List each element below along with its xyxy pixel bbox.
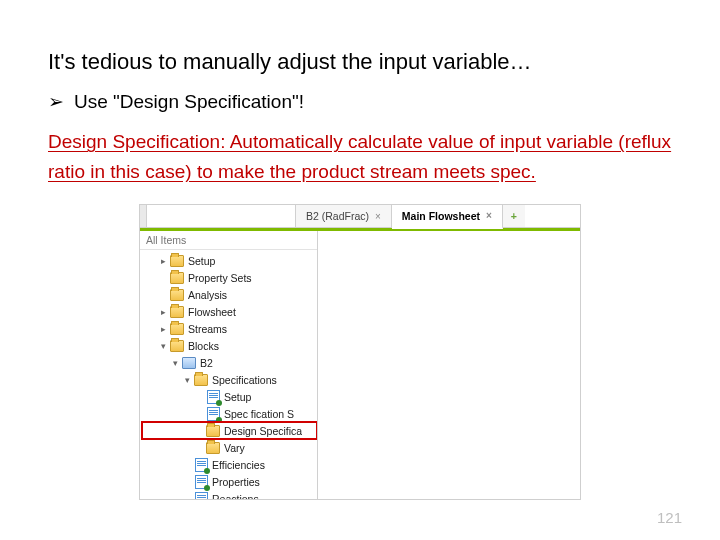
tab-add-button[interactable]: + xyxy=(503,205,525,227)
chevron-down-icon[interactable]: ▾ xyxy=(182,375,192,385)
page-number: 121 xyxy=(657,509,682,526)
tree-item-label: Vary xyxy=(224,442,245,454)
tree-item-label: Spec fication S xyxy=(224,408,294,420)
sheet-ok-icon xyxy=(206,408,220,420)
tree-item[interactable]: ▸Analysis xyxy=(142,286,317,303)
tree-item[interactable]: ▾B2 xyxy=(142,354,317,371)
sheet-ok-icon xyxy=(194,459,208,471)
chevron-down-icon[interactable]: ▾ xyxy=(158,341,168,351)
headline: It's tedious to manually adjust the inpu… xyxy=(48,48,672,77)
tab-bar: B2 (RadFrac) × Main Flowsheet × + xyxy=(140,205,580,228)
bullet-line: ➢ Use "Design Specification"! xyxy=(48,91,672,114)
tree-item[interactable]: ▾Specifications xyxy=(142,371,317,388)
slide: It's tedious to manually adjust the inpu… xyxy=(0,0,720,540)
folder-icon xyxy=(206,442,220,454)
tree-item-label: B2 xyxy=(200,357,213,369)
chevron-right-icon[interactable]: ▸ xyxy=(158,307,168,317)
tree-item[interactable]: ▸Properties xyxy=(142,473,317,490)
tree-item-label: Setup xyxy=(224,391,251,403)
tree-item[interactable]: ▸Streams xyxy=(142,320,317,337)
close-icon[interactable]: × xyxy=(486,210,492,221)
tree-item[interactable]: ▸Flowsheet xyxy=(142,303,317,320)
sheet-ok-icon xyxy=(194,476,208,488)
tree-item[interactable]: ▸Design Specifica xyxy=(142,422,317,439)
tab-main-flowsheet[interactable]: Main Flowsheet × xyxy=(392,205,503,229)
tree-item-label: Blocks xyxy=(188,340,219,352)
tree-item-label: Analysis xyxy=(188,289,227,301)
flowsheet-canvas[interactable] xyxy=(318,231,580,499)
block-icon xyxy=(182,357,196,369)
folder-icon xyxy=(170,340,184,352)
tree-item[interactable]: ▸Setup xyxy=(142,252,317,269)
tree-item[interactable]: ▸Setup xyxy=(142,388,317,405)
tree-item-label: Setup xyxy=(188,255,215,267)
tab-label: Main Flowsheet xyxy=(402,210,480,222)
tree-item-label: Streams xyxy=(188,323,227,335)
bullet-text: Use "Design Specification"! xyxy=(74,91,304,113)
tree-item-label: Efficiencies xyxy=(212,459,265,471)
close-icon[interactable]: × xyxy=(375,211,381,222)
folder-icon xyxy=(206,425,220,437)
chevron-down-icon[interactable]: ▾ xyxy=(170,358,180,368)
tree-item-label: Specifications xyxy=(212,374,277,386)
panes: All Items ▸Setup▸Property Sets▸Analysis▸… xyxy=(140,231,580,499)
sheet-ok-icon xyxy=(206,391,220,403)
tree-item-label: Design Specifica xyxy=(224,425,302,437)
folder-icon xyxy=(170,289,184,301)
folder-icon xyxy=(170,306,184,318)
bullet-glyph-icon: ➢ xyxy=(48,91,64,114)
tree-item[interactable]: ▸Efficiencies xyxy=(142,456,317,473)
chevron-right-icon[interactable]: ▸ xyxy=(158,256,168,266)
tab-divider xyxy=(146,205,147,227)
folder-icon xyxy=(170,272,184,284)
tree-item-label: Flowsheet xyxy=(188,306,236,318)
folder-icon xyxy=(170,255,184,267)
tree-item-label: Reactions xyxy=(212,493,259,500)
sheet-ok-icon xyxy=(194,493,208,500)
nav-tree-panel: All Items ▸Setup▸Property Sets▸Analysis▸… xyxy=(140,231,318,499)
tree-item[interactable]: ▸Property Sets xyxy=(142,269,317,286)
folder-icon xyxy=(170,323,184,335)
design-spec-description: Design Specification: Automatically calc… xyxy=(48,127,672,186)
tree-item[interactable]: ▸Spec fication S xyxy=(142,405,317,422)
nav-header: All Items xyxy=(140,231,317,250)
tab-label: B2 (RadFrac) xyxy=(306,210,369,222)
tree-item[interactable]: ▸Reactions xyxy=(142,490,317,499)
nav-tree[interactable]: ▸Setup▸Property Sets▸Analysis▸Flowsheet▸… xyxy=(140,250,317,499)
chevron-right-icon[interactable]: ▸ xyxy=(158,324,168,334)
tab-radfrac[interactable]: B2 (RadFrac) × xyxy=(296,205,392,227)
tree-item-label: Property Sets xyxy=(188,272,252,284)
folder-icon xyxy=(194,374,208,386)
tree-item[interactable]: ▸Vary xyxy=(142,439,317,456)
tree-item-label: Properties xyxy=(212,476,260,488)
tree-item[interactable]: ▾Blocks xyxy=(142,337,317,354)
app-window: B2 (RadFrac) × Main Flowsheet × + All It… xyxy=(139,204,581,500)
